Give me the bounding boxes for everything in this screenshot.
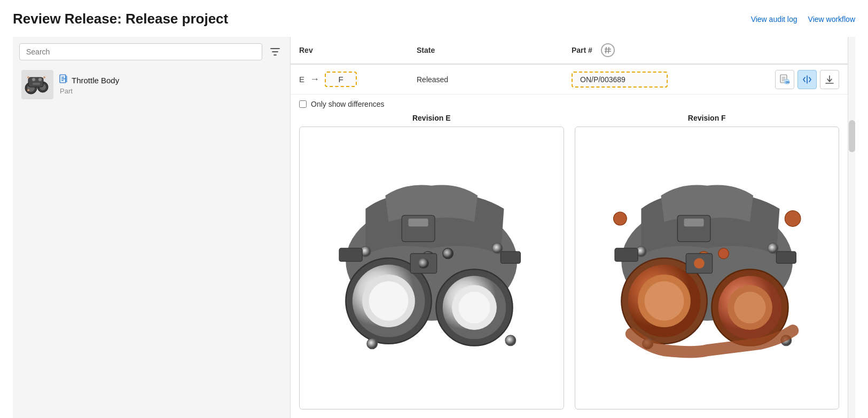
partnum-box[interactable]: ON/P/003689 — [572, 72, 668, 88]
svg-line-16 — [606, 47, 606, 53]
page-container: Review Release: Release project View aud… — [0, 0, 868, 418]
part-thumbnail — [21, 70, 53, 99]
svg-point-65 — [785, 211, 801, 227]
right-and-scroll: Rev State Part # — [291, 37, 855, 418]
compare-action-button[interactable] — [797, 70, 817, 89]
part-name: Throttle Body — [72, 76, 119, 85]
svg-point-52 — [644, 281, 684, 321]
svg-point-45 — [443, 248, 453, 259]
main-content: Throttle Body Part Rev State Part # — [13, 37, 855, 418]
left-panel: Throttle Body Part — [13, 37, 291, 418]
compare-image-box-left — [299, 127, 564, 409]
svg-rect-41 — [409, 218, 428, 226]
diff-checkbox[interactable] — [299, 100, 307, 108]
svg-rect-63 — [615, 248, 638, 262]
svg-rect-7 — [33, 83, 40, 85]
svg-point-66 — [613, 212, 627, 225]
svg-point-5 — [32, 78, 35, 81]
svg-rect-12 — [61, 77, 64, 77]
svg-rect-15 — [65, 76, 67, 82]
svg-point-38 — [367, 338, 378, 349]
page-header: Review Release: Release project View aud… — [13, 11, 855, 27]
compare-label-left: Revision E — [299, 114, 564, 122]
page-title: Review Release: Release project — [13, 11, 228, 27]
view-workflow-link[interactable]: View workflow — [808, 15, 855, 23]
compare-area: Revision E Revision F — [291, 114, 848, 418]
svg-point-70 — [694, 258, 705, 269]
col-rev-header: Rev — [299, 40, 417, 61]
download-action-button[interactable] — [820, 70, 839, 89]
svg-point-10 — [27, 89, 29, 91]
rev-old-value: E — [299, 75, 304, 84]
hash-icon[interactable] — [601, 43, 615, 57]
svg-rect-13 — [61, 78, 65, 79]
diff-label: Only show differences — [311, 100, 384, 108]
svg-point-35 — [458, 291, 490, 323]
part-name-row: Throttle Body — [59, 74, 119, 86]
compare-image-box-right — [575, 127, 840, 409]
header-links: View audit log View workflow — [751, 15, 855, 23]
svg-point-68 — [718, 248, 729, 259]
svg-point-47 — [418, 258, 429, 269]
svg-point-56 — [734, 291, 765, 323]
diff-row: Only show differences — [291, 94, 848, 114]
view-audit-log-link[interactable]: View audit log — [751, 15, 797, 23]
scrollbar[interactable] — [848, 37, 855, 418]
svg-point-6 — [38, 78, 42, 81]
search-input[interactable] — [19, 43, 262, 60]
state-cell: Released — [417, 75, 572, 84]
col-partnum-header: Part # — [572, 37, 839, 64]
compare-label-right: Revision F — [575, 114, 840, 122]
filter-icon[interactable] — [267, 43, 284, 60]
action-icons: 0N — [775, 70, 839, 89]
svg-point-39 — [505, 335, 516, 346]
rev-new-box[interactable]: F — [325, 72, 357, 87]
svg-point-31 — [369, 281, 409, 321]
rev-cell: E → F — [299, 72, 417, 87]
doc-action-button[interactable]: 0N — [775, 70, 794, 89]
partnum-cell: ON/P/003689 — [572, 72, 769, 88]
svg-line-17 — [608, 47, 609, 53]
table-data-row: E → F Released ON/P/003689 — [291, 65, 848, 94]
compare-labels: Revision E Revision F — [299, 114, 839, 122]
search-row — [19, 43, 284, 60]
compare-images — [299, 127, 839, 409]
right-panel-inner: Rev State Part # — [291, 37, 848, 418]
part-type-icon — [59, 74, 68, 86]
part-type-label: Part — [60, 87, 119, 95]
svg-rect-42 — [339, 248, 362, 262]
arrow-icon: → — [310, 74, 319, 85]
part-list-item[interactable]: Throttle Body Part — [19, 67, 284, 102]
svg-rect-62 — [684, 218, 703, 226]
svg-point-8 — [27, 76, 29, 78]
part-info: Throttle Body Part — [59, 74, 119, 95]
col-state-header: State — [417, 40, 572, 61]
svg-rect-14 — [61, 80, 64, 81]
svg-rect-64 — [776, 251, 796, 263]
svg-text:0N: 0N — [786, 81, 790, 84]
svg-rect-43 — [501, 251, 520, 263]
table-header: Rev State Part # — [291, 37, 848, 65]
svg-point-9 — [43, 76, 45, 78]
